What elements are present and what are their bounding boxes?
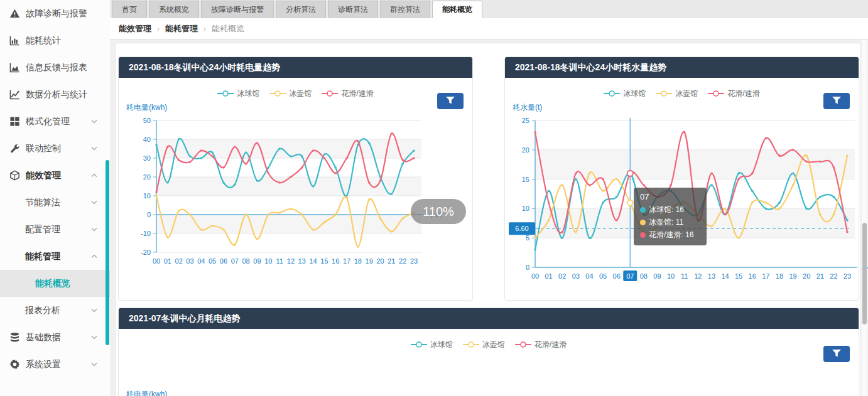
tab[interactable]: 诊断算法: [328, 1, 378, 18]
sidebar-item-label: 报表分析: [25, 305, 60, 316]
y-axis-tick-label: 0: [147, 211, 151, 218]
data-point: [534, 237, 536, 239]
chart-legend: 冰球馆冰壶馆花滑/速滑: [505, 86, 859, 101]
x-axis-tick-label: 05: [209, 257, 216, 265]
water-24h-chart[interactable]: 0510152025小时0001020304050607080910111213…: [505, 101, 859, 289]
filter-button[interactable]: [437, 93, 464, 109]
data-point: [234, 183, 236, 186]
sidebar-item[interactable]: 能耗概览: [0, 270, 110, 297]
data-point: [222, 181, 225, 184]
page-scrollbar-thumb[interactable]: [862, 223, 867, 324]
wrench-icon: [9, 143, 20, 154]
legend-item[interactable]: 冰壶馆: [269, 88, 312, 99]
chart-legend: 冰球馆冰壶馆花滑/速滑: [119, 86, 472, 101]
sidebar-item[interactable]: 能耗管理: [0, 243, 110, 270]
data-point: [724, 213, 727, 216]
data-point: [211, 151, 214, 154]
sidebar-item[interactable]: 信息反馈与报表: [0, 54, 110, 81]
tab[interactable]: 能耗概览: [432, 1, 482, 18]
x-axis-tick-label: 07: [626, 272, 634, 280]
data-point: [643, 184, 645, 186]
filter-button[interactable]: [823, 346, 850, 362]
data-point: [643, 213, 645, 216]
data-point: [656, 225, 659, 228]
legend-label: 冰壶馆: [675, 88, 698, 99]
sidebar-item-label: 基础数据: [26, 332, 61, 343]
line-chart-icon: [9, 89, 20, 100]
sidebar-item[interactable]: 能效管理: [0, 162, 110, 189]
sidebar-item-label: 系统设置: [26, 359, 61, 370]
data-point: [222, 228, 225, 231]
panel-power-24h: 2021-08-18冬训中心24小时耗电量趋势 冰球馆冰壶馆花滑/速滑 -20-…: [118, 56, 473, 301]
y-axis-tick-label: 20: [522, 146, 529, 154]
breadcrumb-item[interactable]: 能耗管理: [165, 23, 198, 35]
legend-label: 冰球馆: [237, 88, 259, 99]
tab[interactable]: 系统概览: [149, 1, 199, 18]
y-axis-tick-label: 40: [143, 136, 151, 143]
legend-item[interactable]: 冰壶馆: [463, 340, 505, 350]
data-point: [616, 196, 618, 198]
chart-legend: 冰球馆冰壶馆花滑/速滑: [119, 337, 859, 352]
data-point: [200, 228, 203, 231]
legend-label: 花滑/速滑: [727, 88, 759, 99]
y-axis-label: 耗电量(kwh): [126, 389, 167, 396]
page-scrollbar[interactable]: [862, 40, 867, 396]
data-point: [301, 213, 303, 216]
sidebar-item-label: 能耗统计: [26, 35, 61, 46]
data-point: [656, 196, 659, 198]
legend-marker-icon: [463, 341, 479, 348]
data-point: [602, 201, 604, 204]
data-point: [200, 157, 203, 159]
sidebar-item[interactable]: 联动控制: [0, 135, 110, 162]
sidebar-item[interactable]: 能耗统计: [0, 27, 110, 54]
tab[interactable]: 故障诊断与报警: [201, 1, 274, 18]
x-axis-tick-label: 12: [694, 272, 702, 280]
x-axis-tick-label: 16: [749, 272, 756, 280]
panel-title: 2021-07冬训中心月耗电趋势: [119, 308, 859, 329]
sidebar-item[interactable]: 系统设置: [0, 351, 110, 378]
data-point: [178, 159, 180, 161]
tab[interactable]: 首页: [112, 1, 147, 18]
data-point: [846, 219, 849, 222]
legend-item[interactable]: 冰球馆: [411, 340, 453, 350]
sidebar-item[interactable]: 故障诊断与报警: [0, 0, 110, 27]
legend-label: 冰壶馆: [289, 88, 312, 99]
x-axis-tick-label: 22: [399, 257, 406, 265]
legend-item[interactable]: 花滑/速滑: [515, 340, 567, 350]
legend-marker-icon: [515, 341, 531, 348]
legend-item[interactable]: 冰球馆: [217, 88, 259, 99]
breadcrumb-item[interactable]: 能效管理: [119, 23, 151, 35]
sidebar-item[interactable]: 数据分析与统计: [0, 81, 110, 108]
chevron-down-icon: [91, 118, 97, 125]
x-axis-tick-label: 08: [640, 272, 648, 280]
legend-item[interactable]: 冰球馆: [604, 88, 646, 99]
power-24h-chart[interactable]: -20-1001020304050小时000102030405060708091…: [119, 101, 472, 289]
funnel-icon: [832, 349, 842, 360]
x-axis-tick-label: 06: [613, 272, 621, 280]
data-point: [245, 151, 247, 154]
data-point: [357, 140, 359, 142]
sidebar-item[interactable]: 报表分析: [0, 297, 110, 324]
data-point: [670, 190, 672, 193]
x-axis-tick-label: 15: [320, 257, 328, 265]
sidebar-item[interactable]: 基础数据: [0, 324, 110, 351]
sidebar-item[interactable]: 模式化管理: [0, 108, 110, 135]
chevron-down-icon: [91, 361, 97, 368]
y-axis-tick-label: 5: [526, 234, 529, 242]
filter-button[interactable]: [823, 93, 850, 109]
legend-label: 冰球馆: [430, 340, 453, 350]
sidebar-scrollbar-thumb[interactable]: [106, 160, 109, 345]
tab[interactable]: 分析算法: [276, 1, 326, 18]
sidebar-item[interactable]: 节能算法: [0, 189, 110, 216]
data-point: [278, 147, 281, 150]
legend-item[interactable]: 花滑/速滑: [708, 88, 759, 99]
legend-item[interactable]: 花滑/速滑: [322, 88, 373, 99]
x-axis-tick-label: 01: [545, 272, 552, 280]
legend-item[interactable]: 冰壶馆: [656, 88, 698, 99]
sidebar-item-label: 模式化管理: [26, 116, 70, 127]
legend-marker-icon: [656, 90, 672, 97]
sidebar-item[interactable]: 配置管理: [0, 216, 110, 243]
tab[interactable]: 群控算法: [380, 1, 430, 18]
data-point: [710, 184, 713, 186]
panel-title: 2021-08-18冬训中心24小时耗电量趋势: [119, 57, 472, 78]
